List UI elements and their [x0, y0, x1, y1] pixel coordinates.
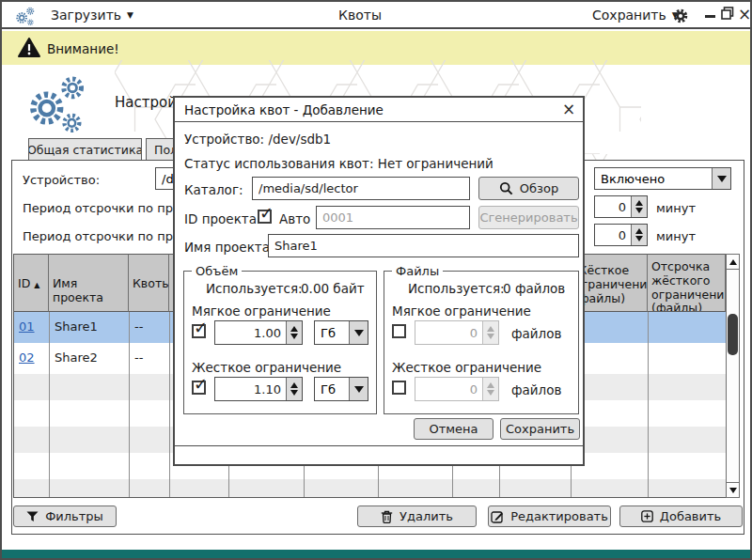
scroll-up-button[interactable]: [726, 254, 740, 270]
trash-icon: [381, 510, 393, 523]
volume-soft-spinner[interactable]: [214, 320, 303, 345]
dialog-title: Настройка квот - Добавление: [184, 102, 384, 117]
cancel-button[interactable]: Отмена: [414, 418, 494, 440]
volume-soft-checkbox[interactable]: ✓: [192, 324, 206, 338]
files-group-legend: Файлы: [392, 264, 443, 278]
column-divider: [129, 312, 130, 497]
dialog-save-button[interactable]: Сохранить: [500, 418, 580, 440]
volume-soft-input[interactable]: [215, 321, 286, 344]
files-hard-spinner[interactable]: [415, 377, 499, 401]
scrollbar-track[interactable]: [726, 270, 740, 482]
spinner-arrows[interactable]: [286, 321, 302, 344]
delete-button[interactable]: Удалить: [357, 506, 477, 527]
tab-label: Общая статистика: [28, 143, 142, 157]
sort-asc-icon: ▲: [34, 281, 39, 289]
volume-hard-checkbox[interactable]: ✓: [192, 381, 206, 395]
dialog-device-line: Устройство: /dev/sdb1: [184, 132, 331, 147]
volume-hard-spinner[interactable]: [214, 377, 303, 401]
filters-button-label: Фильтры: [45, 509, 103, 523]
row-id-link[interactable]: 01: [19, 319, 35, 334]
volume-soft-unit-select[interactable]: Гб: [314, 320, 368, 345]
auto-checkbox[interactable]: ✓: [258, 210, 272, 224]
minutes-unit-label: минут: [656, 201, 696, 215]
dialog-status-line: Статус использования квот: Нет ограничен…: [184, 156, 494, 171]
settings-gear-icon[interactable]: [671, 7, 690, 25]
files-soft-spinner[interactable]: [415, 320, 499, 345]
table-stripe: [13, 479, 726, 497]
project-name-input[interactable]: [268, 234, 579, 257]
spinner-arrows[interactable]: [631, 225, 647, 245]
filter-funnel-icon: [26, 511, 39, 522]
spinner-arrows[interactable]: [631, 196, 647, 217]
column-header-label: Имя проекта: [53, 276, 103, 304]
gears-logo: [23, 70, 94, 137]
spinner-arrows[interactable]: [286, 378, 302, 400]
volume-soft-limit-label: Мягкое ограничение: [192, 303, 331, 319]
grace-period-hard-input[interactable]: [595, 225, 631, 245]
minimize-button[interactable]: [705, 15, 715, 18]
dialog-close-icon[interactable]: ×: [562, 100, 575, 118]
close-button[interactable]: ×: [738, 5, 751, 23]
files-soft-checkbox[interactable]: [392, 324, 406, 338]
maximize-button[interactable]: [721, 7, 734, 20]
delete-button-label: Удалить: [400, 509, 453, 523]
row-quotas: --: [129, 343, 149, 374]
project-id-input[interactable]: [316, 206, 470, 229]
save-menu[interactable]: Сохранить ▼: [592, 8, 679, 23]
column-divider: [49, 312, 50, 497]
device-label: Устройство:: [23, 173, 100, 187]
scroll-down-button[interactable]: [726, 482, 740, 498]
table-border: [13, 497, 726, 498]
column-header-label: Отсрочка жёсткого ограничения (файлы): [651, 259, 726, 312]
grace-period-soft-input[interactable]: [595, 196, 631, 217]
row-id-link[interactable]: 02: [19, 350, 35, 365]
row-quotas: --: [129, 312, 149, 343]
chevron-down-icon[interactable]: [349, 378, 368, 400]
project-id-label: ID проекта:: [184, 211, 260, 226]
search-icon: [499, 181, 513, 195]
grace-period-soft-spinner[interactable]: [594, 195, 648, 218]
scrollbar-thumb[interactable]: [728, 314, 738, 355]
plus-icon: [641, 510, 653, 522]
column-header-label: Квоты: [133, 276, 169, 290]
column-header-project-name[interactable]: Имя проекта: [49, 254, 129, 312]
catalog-input[interactable]: [252, 177, 470, 200]
chevron-down-icon[interactable]: [712, 168, 730, 189]
unit-value: Гб: [315, 326, 349, 340]
generate-button[interactable]: Сгенерировать: [478, 206, 579, 229]
cancel-button-label: Отмена: [429, 422, 478, 436]
add-button[interactable]: Добавить: [619, 506, 743, 527]
files-hard-input[interactable]: [415, 378, 482, 400]
check-icon: ✓: [259, 203, 274, 223]
minutes-unit-label: минут: [656, 229, 696, 243]
volume-used-label: Используется:: [206, 281, 303, 296]
grace-period-hard-spinner[interactable]: [594, 224, 648, 246]
volume-hard-input[interactable]: [215, 378, 286, 400]
files-soft-input[interactable]: [415, 321, 482, 344]
chevron-down-icon: ▼: [127, 10, 133, 20]
column-header-id[interactable]: ID ▲: [13, 254, 49, 312]
row-project-name: Share2: [49, 343, 103, 374]
check-icon: ✓: [194, 318, 208, 337]
edit-button[interactable]: Редактировать: [488, 506, 611, 527]
volume-hard-unit-select[interactable]: Гб: [314, 377, 368, 401]
chevron-down-icon[interactable]: [349, 321, 368, 344]
column-header-hard-grace-files[interactable]: Отсрочка жёсткого ограничения (файлы): [648, 254, 726, 312]
tab-general-statistics[interactable]: Общая статистика: [28, 138, 142, 161]
column-divider: [169, 312, 170, 497]
warning-triangle-icon: [18, 38, 40, 58]
files-hard-checkbox[interactable]: [392, 381, 406, 395]
check-icon: ✓: [194, 374, 208, 394]
quota-state-value: Включено: [595, 172, 712, 186]
volume-hard-limit-label: Жесткое ограничение: [192, 360, 341, 375]
browse-button[interactable]: Обзор: [478, 177, 579, 200]
column-header-quotas[interactable]: Квоты: [129, 254, 169, 312]
auto-label: Авто: [279, 211, 310, 226]
footer-accent-bar: [2, 550, 750, 558]
row-project-name: Share1: [49, 312, 103, 343]
volume-group-legend: Объём: [192, 264, 242, 278]
filters-button[interactable]: Фильтры: [13, 506, 117, 527]
load-menu[interactable]: Загрузить ▼: [51, 8, 133, 23]
quota-state-select[interactable]: Включено: [594, 167, 731, 190]
dialog-footer-divider: [175, 445, 583, 446]
